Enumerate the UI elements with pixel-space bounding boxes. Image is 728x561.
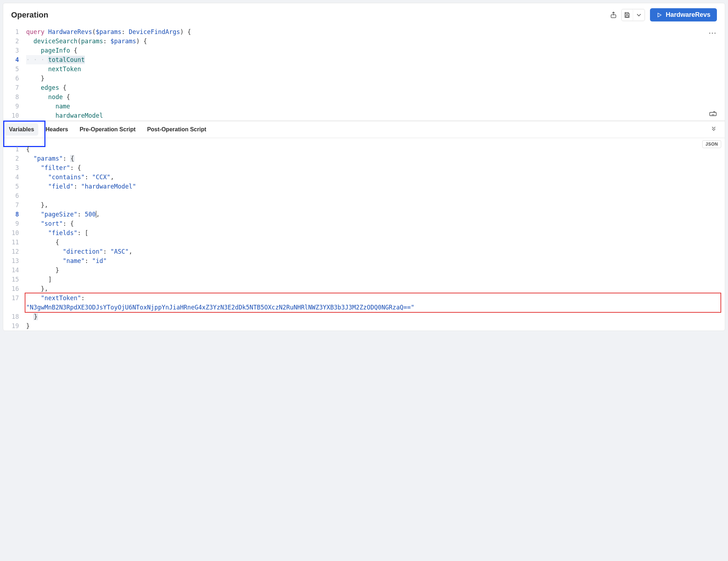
- operation-title: Operation: [11, 10, 606, 20]
- code-line: },: [26, 200, 48, 210]
- code-line: hardwareModel: [26, 111, 103, 120]
- share-icon: [610, 11, 617, 19]
- code-line: [26, 191, 48, 200]
- line-number: 9: [3, 102, 26, 111]
- save-button-group: [621, 9, 645, 21]
- editor-more-button[interactable]: ···: [709, 30, 717, 36]
- line-number: 4: [3, 55, 26, 64]
- code-line: "field": "hardwareModel": [26, 182, 136, 191]
- svg-rect-1: [626, 15, 628, 17]
- keyboard-icon: [709, 109, 717, 117]
- code-line: "direction": "ASC",: [26, 247, 132, 256]
- code-line: ]: [26, 275, 52, 284]
- line-number: 4: [3, 172, 26, 182]
- code-line: "filter": {: [26, 163, 81, 172]
- line-number: 18: [3, 312, 26, 321]
- operation-panel: Operation HardwareRevs: [3, 3, 725, 331]
- code-line: }: [26, 321, 30, 331]
- line-number: 12: [3, 247, 26, 256]
- code-line: {: [26, 238, 59, 247]
- operation-header: Operation HardwareRevs: [3, 3, 725, 24]
- code-line: query HardwareRevs($params: DeviceFindAr…: [26, 27, 191, 36]
- code-line: "nextToken": "N3gwMnB2N3RpdXE3ODJsYToyOj…: [26, 293, 414, 312]
- code-line: deviceSearch(params: $params) {: [26, 36, 147, 46]
- code-line: }: [26, 74, 44, 83]
- line-number: 5: [3, 182, 26, 191]
- save-icon: [623, 11, 631, 19]
- line-number: 16: [3, 284, 26, 293]
- play-icon: [656, 12, 662, 18]
- line-number: 2: [3, 154, 26, 163]
- collapse-panel-button[interactable]: [710, 126, 725, 133]
- line-number: 10: [3, 111, 26, 120]
- code-line: }: [26, 265, 59, 275]
- bottom-tabs-container: Variables Headers Pre-Operation Script P…: [3, 121, 725, 138]
- code-line: edges {: [26, 83, 67, 92]
- code-line: "sort": {: [26, 219, 74, 228]
- line-number: 19: [3, 321, 26, 331]
- code-line: {: [26, 145, 30, 154]
- line-number: 9: [3, 219, 26, 228]
- variables-editor[interactable]: 1 { 2 "params": { 3 "filter": { 4 "conta…: [3, 138, 725, 331]
- tab-post-script[interactable]: Post-Operation Script: [141, 122, 212, 137]
- line-number: 6: [3, 191, 26, 200]
- code-line: "params": {: [26, 154, 74, 163]
- code-line: name: [26, 102, 70, 111]
- line-number: 5: [3, 64, 26, 74]
- share-button[interactable]: [608, 9, 619, 21]
- line-number: 8: [3, 210, 26, 219]
- line-number: 17: [3, 293, 26, 312]
- run-button-label: HardwareRevs: [666, 11, 710, 19]
- code-line: "fields": [: [26, 228, 88, 238]
- code-line: }: [26, 312, 38, 321]
- code-line: "pageSize": 500,: [26, 210, 100, 219]
- tab-variables[interactable]: Variables: [5, 123, 38, 136]
- code-line: nextToken: [26, 64, 81, 74]
- code-line: pageInfo {: [26, 46, 77, 55]
- chevron-down-icon: [635, 11, 642, 19]
- code-line: node {: [26, 92, 70, 102]
- line-number: 7: [3, 83, 26, 92]
- line-number: 10: [3, 228, 26, 238]
- save-menu-button[interactable]: [633, 9, 645, 21]
- line-number: 15: [3, 275, 26, 284]
- operation-editor[interactable]: ··· 1 query HardwareRevs($params: Device…: [3, 24, 725, 121]
- line-number: 7: [3, 200, 26, 210]
- line-number: 6: [3, 74, 26, 83]
- line-number: 3: [3, 163, 26, 172]
- line-number: 13: [3, 256, 26, 265]
- line-number: 1: [3, 27, 26, 36]
- keyboard-shortcuts-button[interactable]: [709, 109, 717, 118]
- line-number: 3: [3, 46, 26, 55]
- save-button[interactable]: [622, 9, 633, 21]
- svg-marker-2: [658, 13, 661, 17]
- tab-pre-script[interactable]: Pre-Operation Script: [74, 122, 141, 137]
- code-line: "name": "id": [26, 256, 107, 265]
- line-number: 1: [3, 145, 26, 154]
- line-number: 8: [3, 92, 26, 102]
- bottom-tabs: Variables Headers Pre-Operation Script P…: [3, 121, 725, 138]
- code-line: · · · totalCount: [26, 55, 85, 64]
- run-operation-button[interactable]: HardwareRevs: [650, 8, 717, 21]
- svg-rect-3: [710, 112, 716, 116]
- line-number: 11: [3, 238, 26, 247]
- code-line: "contains": "CCX",: [26, 172, 114, 182]
- double-chevron-down-icon: [710, 126, 717, 132]
- code-line: },: [26, 284, 48, 293]
- line-number: 14: [3, 265, 26, 275]
- tab-headers[interactable]: Headers: [40, 122, 74, 137]
- line-number: 2: [3, 36, 26, 46]
